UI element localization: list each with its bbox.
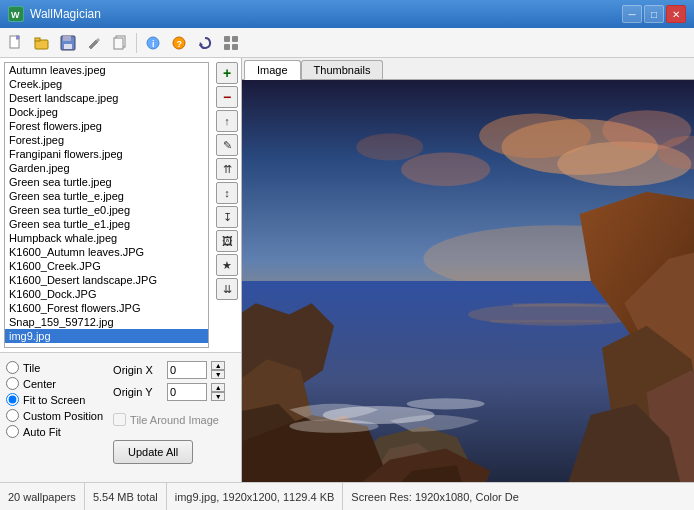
refresh-button[interactable]: [193, 31, 217, 55]
custom-radio[interactable]: [6, 409, 19, 422]
svg-point-48: [289, 419, 378, 432]
center-option[interactable]: Center: [6, 377, 103, 390]
right-panel: Image Thumbnails: [242, 58, 694, 482]
move-down-button[interactable]: ⇊: [216, 278, 238, 300]
preview-image: [242, 80, 694, 482]
tile-option[interactable]: Tile: [6, 361, 103, 374]
minimize-button[interactable]: ─: [622, 5, 642, 23]
auto-option[interactable]: Auto Fit: [6, 425, 103, 438]
sort-desc-button[interactable]: ↧: [216, 206, 238, 228]
options-row: Tile Center Fit to Screen Custom Positio…: [6, 357, 235, 464]
left-panel: Autumn leaves.jpegCreek.jpegDesert lands…: [0, 58, 242, 482]
svg-rect-18: [224, 44, 230, 50]
svg-rect-5: [35, 38, 40, 41]
titlebar: W WallMagician ─ □ ✕: [0, 0, 694, 28]
origin-x-input[interactable]: [167, 361, 207, 379]
svg-text:i: i: [152, 39, 155, 49]
auto-radio[interactable]: [6, 425, 19, 438]
svg-rect-16: [224, 36, 230, 42]
settings-button[interactable]: [219, 31, 243, 55]
origin-x-up[interactable]: ▲: [211, 361, 225, 370]
tile-around-option[interactable]: Tile Around Image: [113, 413, 225, 426]
save-button[interactable]: [56, 31, 80, 55]
origin-y-up[interactable]: ▲: [211, 383, 225, 392]
center-radio[interactable]: [6, 377, 19, 390]
file-list-item[interactable]: Forest.jpeg: [5, 133, 208, 147]
move-up-button[interactable]: ↑: [216, 110, 238, 132]
file-list-item[interactable]: K1600_Autumn leaves.JPG: [5, 245, 208, 259]
remove-button[interactable]: −: [216, 86, 238, 108]
tab-image[interactable]: Image: [244, 60, 301, 80]
total-size: 5.54 MB total: [85, 483, 167, 510]
file-list-item[interactable]: Autumn leaves.jpeg: [5, 63, 208, 77]
tab-thumbnails[interactable]: Thumbnails: [301, 60, 384, 79]
file-list-item[interactable]: K1600_Dock.JPG: [5, 287, 208, 301]
new-button[interactable]: [4, 31, 28, 55]
edit-button[interactable]: [82, 31, 106, 55]
center-label: Center: [23, 378, 56, 390]
svg-rect-7: [63, 36, 71, 41]
svg-point-24: [401, 153, 490, 187]
origin-y-input[interactable]: [167, 383, 207, 401]
update-all-button[interactable]: Update All: [113, 440, 193, 464]
tile-around-checkbox[interactable]: [113, 413, 126, 426]
fit-label: Fit to Screen: [23, 394, 85, 406]
window-controls: ─ □ ✕: [622, 5, 686, 23]
copy-button[interactable]: [108, 31, 132, 55]
app-icon: W: [8, 6, 24, 22]
move-top-button[interactable]: ⇈: [216, 158, 238, 180]
app-title: WallMagician: [30, 7, 622, 21]
file-list-item[interactable]: Dock.jpeg: [5, 105, 208, 119]
current-file-info: img9.jpg, 1920x1200, 1129.4 KB: [167, 483, 344, 510]
star-button[interactable]: ★: [216, 254, 238, 276]
image-button[interactable]: 🖼: [216, 230, 238, 252]
origin-group: Origin X ▲ ▼ Origin Y ▲: [113, 361, 225, 401]
svg-text:W: W: [11, 10, 20, 20]
tile-radio[interactable]: [6, 361, 19, 374]
file-list-item[interactable]: Snap_159_59712.jpg: [5, 315, 208, 329]
info-button[interactable]: i: [141, 31, 165, 55]
file-list-item[interactable]: Desert landscape.jpeg: [5, 91, 208, 105]
svg-rect-32: [490, 320, 602, 322]
edit-item-button[interactable]: ✎: [216, 134, 238, 156]
origin-y-down[interactable]: ▼: [211, 392, 225, 401]
file-list-item[interactable]: K1600_Forest flowers.JPG: [5, 301, 208, 315]
file-list-item[interactable]: K1600_Creek.JPG: [5, 259, 208, 273]
main-content: Autumn leaves.jpegCreek.jpegDesert lands…: [0, 58, 694, 482]
tile-around-label: Tile Around Image: [130, 414, 219, 426]
options-panel: Tile Center Fit to Screen Custom Positio…: [0, 352, 241, 482]
open-button[interactable]: [30, 31, 54, 55]
origin-x-down[interactable]: ▼: [211, 370, 225, 379]
custom-option[interactable]: Custom Position: [6, 409, 103, 422]
preview-area: [242, 80, 694, 482]
fit-option[interactable]: Fit to Screen: [6, 393, 103, 406]
file-list-item[interactable]: Forest flowers.jpeg: [5, 119, 208, 133]
screen-resolution: Screen Res: 1920x1080, Color De: [343, 483, 686, 510]
file-list-item[interactable]: Creek.jpeg: [5, 77, 208, 91]
tile-label: Tile: [23, 362, 40, 374]
file-list-item[interactable]: img9.jpg: [5, 329, 208, 343]
fit-radio[interactable]: [6, 393, 19, 406]
maximize-button[interactable]: □: [644, 5, 664, 23]
origin-y-spinner: ▲ ▼: [211, 383, 225, 401]
add-button[interactable]: +: [216, 62, 238, 84]
help-button[interactable]: ?: [167, 31, 191, 55]
file-list-item[interactable]: K1600_Desert landscape.JPG: [5, 273, 208, 287]
sort-asc-button[interactable]: ↕: [216, 182, 238, 204]
statusbar: 20 wallpapers 5.54 MB total img9.jpg, 19…: [0, 482, 694, 510]
close-button[interactable]: ✕: [666, 5, 686, 23]
svg-text:?: ?: [177, 39, 183, 49]
file-list-item[interactable]: Frangipani flowers.jpeg: [5, 147, 208, 161]
file-list-item[interactable]: Green sea turtle_e0.jpeg: [5, 203, 208, 217]
svg-rect-8: [64, 44, 72, 49]
file-list-item[interactable]: Humpback whale.jpeg: [5, 231, 208, 245]
mode-radio-group: Tile Center Fit to Screen Custom Positio…: [6, 361, 103, 464]
file-list-item[interactable]: Green sea turtle.jpeg: [5, 175, 208, 189]
file-list[interactable]: Autumn leaves.jpegCreek.jpegDesert lands…: [4, 62, 209, 348]
file-list-item[interactable]: Green sea turtle_e.jpeg: [5, 189, 208, 203]
origin-x-label: Origin X: [113, 364, 163, 376]
file-list-item[interactable]: Garden.jpeg: [5, 161, 208, 175]
toolbar: i ?: [0, 28, 694, 58]
file-list-item[interactable]: Green sea turtle_e1.jpeg: [5, 217, 208, 231]
wallpaper-count: 20 wallpapers: [8, 483, 85, 510]
